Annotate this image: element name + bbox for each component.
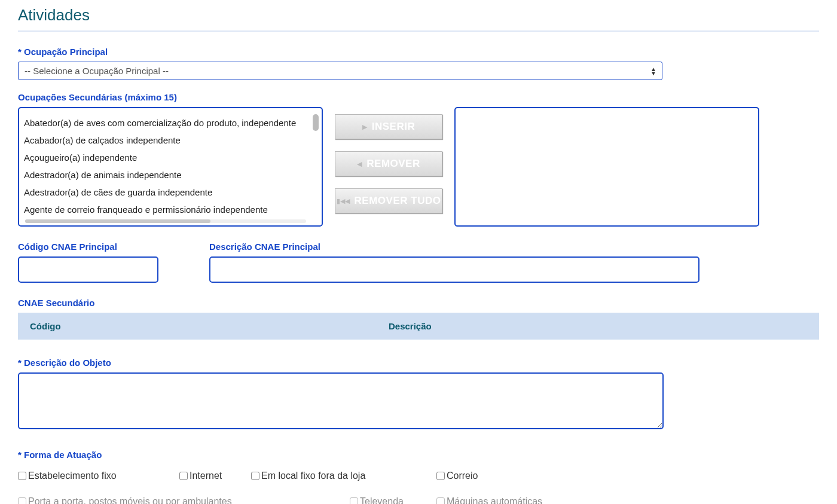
list-item[interactable]: Acabador(a) de calçados independente xyxy=(24,132,317,149)
checkbox-label[interactable]: Porta a porta, postos móveis ou por ambu… xyxy=(28,496,232,504)
label-forma-atuacao: * Forma de Atuação xyxy=(18,450,819,460)
button-label: INSERIR xyxy=(372,121,415,133)
scrollbar-horizontal[interactable] xyxy=(25,219,306,223)
dual-list-ocupacoes: Abatedor(a) de aves com comercialização … xyxy=(18,107,819,227)
checkbox-input[interactable] xyxy=(18,472,26,480)
button-label: REMOVER TUDO xyxy=(355,195,441,207)
checkbox-label[interactable]: Correio xyxy=(447,471,478,481)
checkbox-porta-a-porta: Porta a porta, postos móveis ou por ambu… xyxy=(18,496,350,504)
list-item[interactable]: Açougueiro(a) independente xyxy=(24,149,317,166)
label-ocupacao-principal: * Ocupação Principal xyxy=(18,47,819,57)
label-descricao-objeto: * Descrição do Objeto xyxy=(18,358,819,368)
label-ocupacoes-secundarias: Ocupações Secundárias (máximo 15) xyxy=(18,92,819,102)
checkbox-estabelecimento-fixo: Estabelecimento fixo xyxy=(18,471,179,481)
checkbox-input[interactable] xyxy=(436,472,445,480)
list-item[interactable]: Adestrador(a) de animais independente xyxy=(24,166,317,184)
checkbox-label[interactable]: Em local fixo fora da loja xyxy=(261,471,365,481)
checkbox-label[interactable]: Máquinas automáticas xyxy=(447,496,542,504)
table-col-descricao: Descrição xyxy=(389,321,432,331)
button-label: REMOVER xyxy=(366,158,420,170)
checkbox-label[interactable]: Televenda xyxy=(360,496,404,504)
checkbox-input[interactable] xyxy=(179,472,188,480)
rewind-icon: ▮◀◀ xyxy=(337,197,350,205)
checkbox-label[interactable]: Estabelecimento fixo xyxy=(28,471,117,481)
checkbox-televenda: Televenda xyxy=(350,496,436,504)
checkbox-input[interactable] xyxy=(436,497,445,504)
inserir-button[interactable]: ▶ INSERIR xyxy=(335,114,442,139)
input-descricao-cnae-principal[interactable] xyxy=(209,256,699,283)
checkbox-internet: Internet xyxy=(179,471,251,481)
remover-button[interactable]: ◀ REMOVER xyxy=(335,151,442,176)
checkbox-input[interactable] xyxy=(18,497,26,504)
remover-tudo-button[interactable]: ▮◀◀ REMOVER TUDO xyxy=(335,188,442,213)
cnae-secundario-table-header: Código Descrição xyxy=(18,313,819,340)
scrollbar-thumb[interactable] xyxy=(313,114,319,131)
checkbox-correio: Correio xyxy=(436,471,478,481)
label-descricao-cnae-principal: Descrição CNAE Principal xyxy=(209,242,699,252)
transfer-buttons: ▶ INSERIR ◀ REMOVER ▮◀◀ REMOVER TUDO xyxy=(335,107,442,213)
select-ocupacao-principal[interactable] xyxy=(18,62,662,80)
checkbox-maquinas-automaticas: Máquinas automáticas xyxy=(436,496,542,504)
listbox-source[interactable]: Abatedor(a) de aves com comercialização … xyxy=(18,107,323,227)
textarea-descricao-objeto[interactable] xyxy=(18,372,664,429)
list-item[interactable]: Adestrador(a) de cães de guarda independ… xyxy=(24,184,317,201)
listbox-target[interactable] xyxy=(454,107,759,227)
list-item[interactable]: Agente de correio franqueado e permissio… xyxy=(24,201,317,218)
label-cnae-secundario: CNAE Secundário xyxy=(18,298,819,308)
checkbox-row-1: Estabelecimento fixo Internet Em local f… xyxy=(18,471,819,481)
input-codigo-cnae-principal[interactable] xyxy=(18,256,158,283)
checkbox-input[interactable] xyxy=(251,472,259,480)
checkbox-local-fixo-fora-loja: Em local fixo fora da loja xyxy=(251,471,436,481)
list-item[interactable]: Abatedor(a) de aves com comercialização … xyxy=(24,114,317,132)
label-codigo-cnae-principal: Código CNAE Principal xyxy=(18,242,158,252)
table-col-codigo: Código xyxy=(30,321,389,331)
play-right-icon: ▶ xyxy=(362,123,367,131)
play-left-icon: ◀ xyxy=(357,160,362,168)
checkbox-input[interactable] xyxy=(350,497,358,504)
checkbox-row-2: Porta a porta, postos móveis ou por ambu… xyxy=(18,496,819,504)
section-title-atividades: Atividades xyxy=(18,6,819,32)
checkbox-label[interactable]: Internet xyxy=(190,471,222,481)
